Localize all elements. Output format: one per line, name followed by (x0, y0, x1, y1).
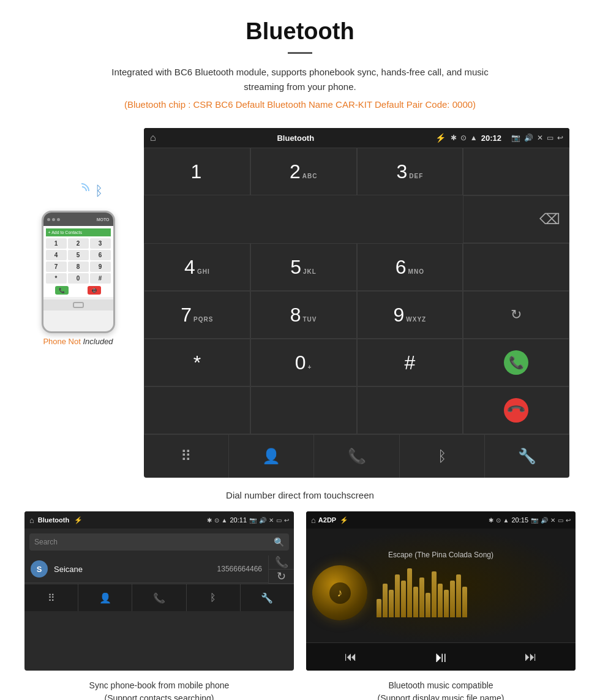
dial-end-button[interactable]: 📞 (463, 386, 569, 434)
bluetooth-status-icon: ✱ (451, 134, 457, 142)
music-cam-icon[interactable]: 📷 (531, 517, 538, 524)
page-subtitle: Integrated with BC6 Bluetooth module, su… (92, 65, 508, 94)
music-bt-icon: ✱ (489, 517, 493, 524)
dial-key-8[interactable]: 8TUV (250, 291, 357, 339)
music-x-icon[interactable]: ✕ (550, 517, 555, 524)
pb-nav-wrench[interactable]: 🔧 (241, 584, 294, 611)
music-signal-icon: ▲ (503, 517, 509, 524)
music-usb-icon: ⚡ (340, 516, 348, 524)
dial-key-1[interactable]: 1 (144, 148, 250, 195)
play-pause-button[interactable]: ⏯ (433, 649, 448, 666)
next-track-button[interactable]: ⏭ (525, 650, 537, 664)
dial-row5-empty2 (250, 386, 357, 434)
pb-win-icon[interactable]: ▭ (276, 517, 282, 524)
phone-bottom-bar (43, 299, 113, 310)
nav-contacts[interactable]: 👤 (229, 435, 314, 478)
nav-settings[interactable]: 🔧 (485, 435, 569, 478)
nav-bluetooth[interactable]: ᛒ (400, 435, 485, 478)
pb-vol-icon[interactable]: 🔊 (259, 517, 266, 524)
music-win-icon[interactable]: ▭ (558, 517, 563, 524)
back-icon[interactable]: ↩ (557, 134, 563, 142)
home-icon[interactable]: ⌂ (150, 132, 156, 143)
pb-status-right: ✱ ⊙ ▲ 20:11 📷 🔊 ✕ ▭ ↩ (207, 516, 289, 524)
phone-key: 8 (68, 262, 89, 272)
phone-icon: 📞 (348, 448, 366, 465)
x-icon[interactable]: ✕ (537, 134, 543, 142)
eq-bar (438, 584, 443, 617)
dial-key-2[interactable]: 2ABC (250, 148, 357, 195)
bt-symbol-icon: ᛒ (95, 183, 103, 199)
phonebook-caption: Sync phone-book from mobile phone(Suppor… (89, 679, 230, 700)
pb-status-bar: ⌂ Bluetooth ⚡ ✱ ⊙ ▲ 20:11 📷 🔊 ✕ ▭ ↩ (24, 511, 294, 529)
phone-call-btn[interactable]: 📞 (55, 286, 69, 295)
phone-end-btn[interactable]: 📵 (88, 286, 101, 295)
dial-cell-refresh[interactable]: ↻ (463, 291, 569, 339)
pb-call-action[interactable]: 📞 (269, 555, 294, 570)
dial-key-6[interactable]: 6MNO (357, 243, 463, 291)
phone-key: 0 (68, 273, 89, 284)
dial-call-button[interactable]: 📞 (463, 339, 569, 386)
phone-dot (47, 218, 50, 221)
pb-refresh-action[interactable]: ↻ (269, 570, 294, 584)
camera-icon[interactable]: 📷 (511, 134, 520, 142)
pb-phone-icon: 📞 (153, 592, 165, 604)
screen-title: Bluetooth (161, 134, 430, 143)
volume-icon[interactable]: 🔊 (524, 134, 533, 142)
pb-back-icon[interactable]: ↩ (284, 517, 289, 524)
phone-key: 3 (90, 238, 111, 249)
pb-search-placeholder: Search (34, 538, 274, 546)
pb-bt-nav-icon: ᛒ (210, 592, 216, 603)
eq-bar (383, 584, 388, 617)
dial-key-0[interactable]: 0+ (250, 339, 357, 386)
music-caption: Bluetooth music compatible(Support displ… (378, 679, 504, 700)
pb-search-bar[interactable]: Search 🔍 (29, 533, 289, 551)
dial-key-hash[interactable]: # (357, 339, 463, 386)
pb-nav-contacts[interactable]: 👤 (78, 584, 132, 611)
pb-nav-bt[interactable]: ᛒ (187, 584, 241, 611)
pb-nav-calls[interactable]: 📞 (132, 584, 186, 611)
album-art-inner: ♪ (329, 582, 351, 604)
pb-search-icon[interactable]: 🔍 (274, 537, 284, 547)
dial-key-7[interactable]: 7PQRS (144, 291, 250, 339)
bluetooth-icon: ᛒ (438, 448, 446, 465)
dial-key-star[interactable]: * (144, 339, 250, 386)
pb-wrench-icon: 🔧 (261, 592, 273, 604)
pb-contact-number: 13566664466 (217, 565, 262, 573)
music-content: Escape (The Pina Colada Song) ♪ (306, 529, 576, 642)
prev-track-button[interactable]: ⏮ (345, 650, 357, 664)
pb-contact-row[interactable]: S Seicane 13566664466 (24, 555, 268, 583)
phonebook-screen: ⌂ Bluetooth ⚡ ✱ ⊙ ▲ 20:11 📷 🔊 ✕ ▭ ↩ Sear… (24, 511, 294, 671)
eq-bar (450, 581, 455, 617)
album-art: ♪ (312, 565, 367, 620)
phone-home-btn[interactable] (73, 302, 84, 308)
pb-avatar: S (31, 560, 48, 578)
pb-time: 20:11 (230, 516, 247, 524)
dial-key-5[interactable]: 5JKL (250, 243, 357, 291)
nav-calls[interactable]: 📞 (314, 435, 399, 478)
pb-x-icon[interactable]: ✕ (269, 517, 274, 524)
music-back-icon[interactable]: ↩ (566, 517, 571, 524)
pb-content: S Seicane 13566664466 📞 ↻ (24, 555, 294, 584)
phone-top-dots (47, 218, 60, 221)
keypad-icon: ⠿ (181, 448, 192, 465)
window-icon[interactable]: ▭ (547, 134, 553, 142)
dial-section: ᛒ MOTO + Add to Contacts 1 2 3 4 5 (0, 128, 600, 478)
eq-bar (413, 587, 418, 617)
dial-key-3[interactable]: 3DEF (357, 148, 463, 195)
music-note-icon: ♪ (337, 587, 343, 600)
dial-key-4[interactable]: 4GHI (144, 243, 250, 291)
phone-not-text: Phone Not (43, 337, 83, 346)
nav-keypad[interactable]: ⠿ (144, 435, 229, 478)
dial-key-9[interactable]: 9WXYZ (357, 291, 463, 339)
dial-cell-empty-2 (463, 243, 569, 291)
music-album-area: ♪ (312, 565, 569, 620)
title-divider (288, 52, 312, 54)
phone-key: 5 (68, 250, 89, 260)
music-vol-icon[interactable]: 🔊 (541, 517, 548, 524)
pb-nav-keypad[interactable]: ⠿ (24, 584, 78, 611)
pb-cam-icon[interactable]: 📷 (249, 517, 257, 524)
music-home-icon[interactable]: ⌂ (311, 516, 316, 525)
dial-backspace[interactable]: ⌫ (463, 195, 569, 243)
pb-home-icon[interactable]: ⌂ (29, 516, 34, 525)
eq-bar (456, 574, 461, 617)
